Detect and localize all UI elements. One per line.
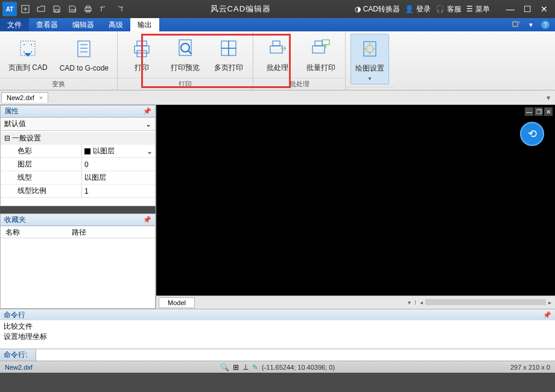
tab-file[interactable]: 文件 <box>0 18 29 31</box>
grid-icon[interactable]: ⊞ <box>233 363 239 371</box>
app-title: 风云CAD编辑器 <box>127 4 355 14</box>
converter-icon: ◑ <box>355 5 361 13</box>
dropdown-icon[interactable]: ▾ <box>525 20 537 30</box>
print-icon[interactable] <box>81 2 95 16</box>
menu-icon: ☰ <box>466 5 473 13</box>
canvas-close-icon[interactable]: ✕ <box>544 107 553 116</box>
status-dimensions: 297 x 210 x 0 <box>506 364 555 371</box>
batch-process-button[interactable]: 批处理 <box>258 34 297 75</box>
pin-icon[interactable]: 📌 <box>543 311 551 319</box>
property-filter-dropdown[interactable]: 默认值 ⌄ <box>1 118 155 131</box>
svg-rect-3 <box>55 10 59 12</box>
model-tab[interactable]: Model <box>159 297 195 308</box>
col-path[interactable]: 路径 <box>67 226 91 238</box>
pin-icon[interactable]: 📌 <box>143 107 151 115</box>
ribbon-group-label-print: 打印 <box>118 78 253 90</box>
linetype-value[interactable]: 以图层 <box>82 171 155 185</box>
titlebar: AT PDF 风云CAD编辑器 ◑CAD转换器 👤登录 🎧客服 ☰菜单 — ☐ … <box>0 0 555 18</box>
print-preview-button[interactable]: 打印预览 <box>166 34 205 75</box>
svg-rect-6 <box>86 6 90 8</box>
properties-header: 属性 📌 <box>1 106 155 118</box>
maximize-button[interactable]: ☐ <box>519 2 536 16</box>
scroll-chevron-icon[interactable]: ▾ <box>407 299 412 306</box>
svg-rect-33 <box>322 40 329 45</box>
svg-point-13 <box>24 51 25 52</box>
command-input[interactable] <box>36 349 555 361</box>
canvas-maximize-icon[interactable]: ❐ <box>534 107 543 116</box>
menu-link[interactable]: ☰菜单 <box>466 4 490 14</box>
ribbon: 页面到 CAD CAD to G-code 变换 打印 打印预览 多页打印 打印 <box>0 31 555 90</box>
svg-rect-21 <box>137 51 147 57</box>
svg-point-14 <box>31 51 32 52</box>
converter-link[interactable]: ◑CAD转换器 <box>355 4 400 14</box>
prop-row-layer: 图层 0 <box>1 158 155 171</box>
tabs-chevron-icon[interactable]: ▾ <box>542 93 555 102</box>
tab-output[interactable]: 输出 <box>130 18 159 31</box>
color-value[interactable]: 以图层⌄ <box>82 145 155 158</box>
close-tab-icon[interactable]: × <box>39 94 43 101</box>
svg-text:?: ? <box>544 21 547 28</box>
new-icon[interactable] <box>18 2 33 16</box>
svg-rect-30 <box>273 41 280 46</box>
print-button[interactable]: 打印 <box>122 34 161 75</box>
canvas-minimize-icon[interactable]: — <box>525 107 533 116</box>
tab-viewer[interactable]: 查看器 <box>29 18 65 31</box>
svg-rect-29 <box>270 46 282 53</box>
status-coordinates: (-11.65244; 10.40396; 0) <box>262 364 335 371</box>
open-icon[interactable] <box>34 2 48 16</box>
scroll-left-icon[interactable]: ◂ <box>419 299 424 306</box>
prop-row-ltscale: 线型比例 1 <box>1 185 155 198</box>
svg-point-23 <box>181 43 189 52</box>
scroll-track[interactable] <box>425 299 546 305</box>
viewcube-button[interactable]: ⟲ <box>520 122 544 146</box>
preview-icon <box>173 36 197 60</box>
redo-icon[interactable] <box>112 2 127 16</box>
command-history[interactable]: 比较文件 设置地理坐标 <box>0 320 555 349</box>
help-icon[interactable]: ? <box>539 20 551 30</box>
save-icon[interactable] <box>49 2 64 16</box>
left-panels: 属性 📌 默认值 ⌄ ⊟ 一般设置 色彩 以图层⌄ 图层 0 线型 <box>0 105 156 309</box>
ltscale-value[interactable]: 1 <box>82 185 155 198</box>
svg-line-24 <box>188 51 191 54</box>
plot-settings-button[interactable]: 绘图设置 ▼ <box>350 34 389 84</box>
save-pdf-icon[interactable]: PDF <box>65 2 80 16</box>
history-line: 比较文件 <box>4 321 551 332</box>
tab-advanced[interactable]: 高级 <box>101 18 130 31</box>
drawing-canvas[interactable]: — ❐ ✕ ⟲ <box>156 105 555 296</box>
ribbon-group-settings: 绘图设置 ▼ <box>346 31 394 90</box>
property-category[interactable]: ⊟ 一般设置 <box>1 132 155 145</box>
color-swatch <box>84 148 90 154</box>
ortho-icon[interactable]: ⊥ <box>243 363 249 371</box>
zoom-icon[interactable]: 🔍 <box>220 363 229 371</box>
document-tab-active[interactable]: New2.dxf × <box>1 92 48 103</box>
ribbon-group-label-batch: 批处理 <box>253 78 345 90</box>
multipage-print-button[interactable]: 多页打印 <box>209 34 248 75</box>
scroll-right-icon[interactable]: ▸ <box>547 299 553 306</box>
col-name[interactable]: 名称 <box>1 226 67 238</box>
command-panel: 命令行 📌 比较文件 设置地理坐标 命令行: <box>0 309 555 361</box>
close-button[interactable]: ✕ <box>536 2 553 16</box>
quick-access-toolbar: AT PDF <box>0 2 127 16</box>
canvas-area: — ❐ ✕ ⟲ Model ▾ ⁞ ◂ ▸ <box>156 105 555 309</box>
svg-rect-31 <box>312 46 325 53</box>
dropdown-caret-icon: ▼ <box>367 76 372 81</box>
tab-editor[interactable]: 编辑器 <box>65 18 101 31</box>
page-to-cad-icon <box>16 36 40 60</box>
page-to-cad-button[interactable]: 页面到 CAD <box>5 34 51 75</box>
batch-print-button[interactable]: 批量打印 <box>302 34 340 75</box>
history-line: 设置地理坐标 <box>4 332 551 342</box>
batch-print-icon <box>309 36 333 60</box>
login-link[interactable]: 👤登录 <box>405 4 431 14</box>
pin-icon[interactable]: 📌 <box>143 216 151 224</box>
support-link[interactable]: 🎧客服 <box>436 4 461 14</box>
layout-tabs: Model ▾ ⁞ ◂ ▸ <box>156 296 555 309</box>
options-icon[interactable] <box>510 20 522 30</box>
cad-to-gcode-button[interactable]: CAD to G-code <box>56 34 112 75</box>
snap-icon[interactable]: ✎ <box>252 363 258 371</box>
chevron-down-icon: ⌄ <box>145 120 151 128</box>
undo-icon[interactable] <box>97 2 111 16</box>
minimize-button[interactable]: — <box>502 2 519 16</box>
property-tree: ⊟ 一般设置 色彩 以图层⌄ 图层 0 线型 以图层 线型比例 1 <box>1 131 155 199</box>
layer-value[interactable]: 0 <box>82 158 155 171</box>
svg-rect-25 <box>221 41 229 48</box>
